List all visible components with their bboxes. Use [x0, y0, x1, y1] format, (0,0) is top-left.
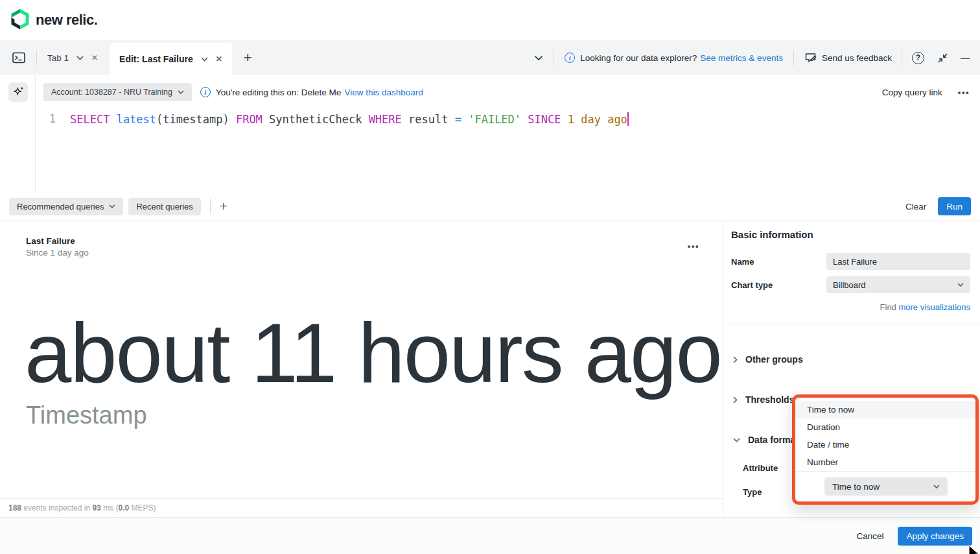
add-query-icon[interactable]: + [220, 199, 228, 214]
explorer-prompt: Looking for our data explorer? [580, 53, 697, 63]
account-selector-label: Account: 1038287 - NRU Training [51, 88, 172, 97]
info-icon: i [565, 53, 575, 63]
name-field-row: Name [731, 253, 970, 270]
more-visualizations-link[interactable]: more visualizations [898, 302, 970, 312]
divider [793, 50, 794, 66]
recommended-queries-label: Recommended queries [17, 202, 104, 211]
other-groups-label: Other groups [745, 354, 803, 365]
data-format-label: Data format [748, 435, 799, 445]
tab-1-label: Tab 1 [47, 53, 69, 63]
bottom-action-bar: Cancel Apply changes [0, 517, 980, 554]
apply-changes-button[interactable]: Apply changes [898, 527, 972, 546]
name-input[interactable] [826, 253, 970, 270]
ai-sparkle-icon[interactable] [8, 82, 28, 102]
thresholds-label: Thresholds [745, 394, 794, 405]
divider [210, 199, 211, 214]
dropdown-option-duration[interactable]: Duration [795, 418, 975, 436]
query-toolbar: Recommended queries Recent queries + Cle… [0, 192, 980, 221]
type-select-value: Time to now [832, 482, 880, 492]
tab-edit-last-failure[interactable]: Edit: Last Failure ✕ [110, 43, 232, 75]
editing-note: i You're editing this on: Delete Me View… [200, 87, 423, 97]
query-editor-rail [0, 75, 36, 192]
tab-2-chevron-down-icon[interactable] [201, 57, 208, 62]
text-cursor [627, 112, 629, 126]
find-prefix: Find [880, 302, 899, 312]
chevron-right-icon [733, 396, 738, 403]
cancel-button[interactable]: Cancel [856, 531, 883, 541]
nrql-query-text: SELECT latest(timestamp) FROM SyntheticC… [70, 112, 629, 126]
minimize-icon[interactable]: — [961, 53, 970, 63]
app-root: new relic. Tab 1 ✕ Edit: Last Failure ✕ [0, 0, 980, 554]
account-selector[interactable]: Account: 1038287 - NRU Training [43, 83, 192, 101]
section-other-groups[interactable]: Other groups [731, 354, 970, 365]
add-tab-icon[interactable]: + [244, 49, 252, 66]
new-relic-logo-icon [10, 8, 30, 32]
query-stats: 188 events inspected in 93 ms (0.0 MEPS) [0, 498, 723, 517]
info-icon: i [200, 87, 211, 97]
tab-bar-right-controls: i Looking for our data explorer? See met… [534, 50, 980, 66]
divider [554, 50, 554, 66]
name-label: Name [731, 257, 826, 267]
view-dashboard-link[interactable]: View this dashboard [344, 88, 423, 97]
divider [36, 50, 37, 66]
chevron-down-icon [957, 283, 964, 287]
metrics-events-link[interactable]: See metrics & events [700, 53, 783, 63]
clear-button[interactable]: Clear [905, 202, 926, 211]
brand-wordmark: new relic. [36, 12, 97, 29]
chart-type-label: Chart type [731, 280, 826, 290]
chart-header: Last Failure Since 1 day ago ••• [26, 236, 707, 258]
feedback-icon [804, 52, 817, 64]
query-editor-header: Account: 1038287 - NRU Training i You're… [43, 83, 970, 101]
query-editor-actions: Copy query link ••• [882, 88, 970, 97]
type-dropdown-list: Time to now Duration Date / time Number [795, 398, 975, 472]
chart-title: Last Failure [26, 236, 89, 246]
dropdown-option-number[interactable]: Number [795, 453, 975, 471]
recent-queries-button[interactable]: Recent queries [128, 198, 200, 215]
help-icon[interactable]: ? [912, 52, 924, 64]
chevron-down-icon [109, 204, 115, 208]
tabs-overflow-chevron-down-icon[interactable] [534, 55, 543, 61]
billboard-label: Timestamp [26, 402, 147, 429]
query-editor-panel: Account: 1038287 - NRU Training i You're… [0, 75, 980, 192]
line-number: 1 [45, 112, 56, 126]
find-visualizations-row: Find more visualizations [731, 302, 970, 312]
chart-preview: Last Failure Since 1 day ago ••• about 1… [0, 221, 723, 517]
tab-2-label: Edit: Last Failure [119, 54, 193, 64]
mouse-cursor [968, 545, 980, 554]
basic-information-title: Basic information [731, 229, 970, 240]
query-more-icon[interactable]: ••• [958, 88, 970, 97]
chart-type-value: Billboard [833, 280, 866, 290]
feedback-label[interactable]: Send us feedback [822, 53, 892, 63]
divider [723, 324, 980, 324]
chart-more-icon[interactable]: ••• [688, 241, 699, 258]
type-dropdown-highlight: Time to now Duration Date / time Number … [792, 394, 979, 505]
new-relic-logo: new relic. [10, 8, 97, 32]
chevron-down-icon [933, 485, 940, 488]
chart-subtitle: Since 1 day ago [26, 248, 89, 258]
recent-queries-label: Recent queries [136, 202, 192, 211]
chevron-down-icon [733, 438, 740, 442]
chart-type-select[interactable]: Billboard [826, 276, 970, 293]
tab-1-chevron-down-icon[interactable] [76, 56, 84, 60]
tab-2-close-icon[interactable]: ✕ [216, 54, 222, 64]
chevron-down-icon [178, 90, 184, 94]
divider [902, 50, 902, 66]
nrql-query-input[interactable]: 1 SELECT latest(timestamp) FROM Syntheti… [0, 112, 980, 126]
tab-bar: Tab 1 ✕ Edit: Last Failure ✕ + i Looking… [0, 40, 980, 75]
chart-type-row: Chart type Billboard [731, 276, 970, 293]
chevron-right-icon [733, 356, 738, 363]
tab-1-close-icon[interactable]: ✕ [91, 53, 98, 62]
recommended-queries-button[interactable]: Recommended queries [9, 198, 123, 215]
collapse-icon[interactable] [938, 53, 948, 63]
type-select[interactable]: Time to now [824, 477, 948, 496]
top-header: new relic. [0, 0, 980, 40]
dropdown-option-date-time[interactable]: Date / time [795, 436, 975, 453]
query-console-icon[interactable] [12, 51, 26, 65]
copy-query-link[interactable]: Copy query link [882, 88, 942, 97]
tab-1[interactable]: Tab 1 ✕ [40, 40, 106, 75]
dropdown-option-time-to-now[interactable]: Time to now [795, 401, 975, 418]
billboard-value: about 11 hours ago [25, 304, 721, 402]
editing-note-text: You're editing this on: Delete Me [216, 88, 341, 97]
run-button[interactable]: Run [938, 197, 971, 215]
